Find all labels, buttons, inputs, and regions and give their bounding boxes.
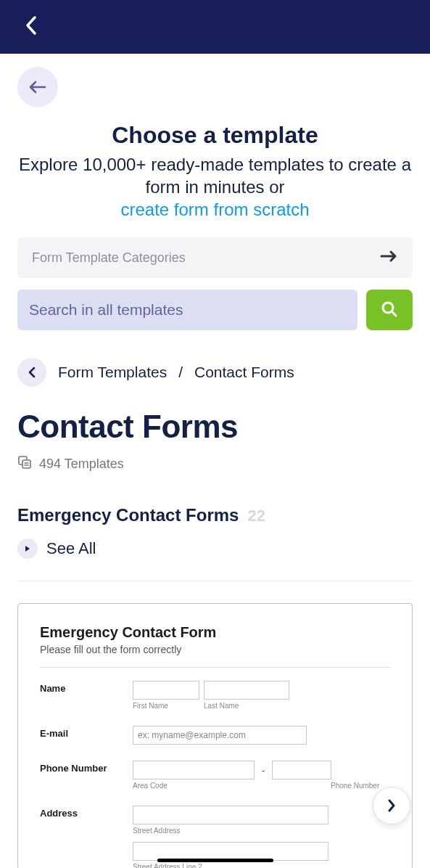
page-title: Contact Forms bbox=[17, 409, 413, 445]
first-name-input bbox=[133, 681, 199, 700]
area-code-sublabel: Area Code bbox=[133, 782, 228, 790]
template-count-text: 494 Templates bbox=[39, 456, 124, 472]
first-name-sublabel: First Name bbox=[133, 702, 199, 710]
back-chevron-icon[interactable] bbox=[25, 15, 38, 38]
header-block: Choose a template Explore 10,000+ ready-… bbox=[17, 122, 413, 220]
breadcrumb-back-button[interactable] bbox=[17, 358, 46, 387]
search-input[interactable] bbox=[17, 290, 357, 330]
see-all-text: See All bbox=[46, 539, 96, 558]
breadcrumb-parent-link[interactable]: Form Templates bbox=[58, 364, 167, 381]
area-code-input bbox=[133, 761, 255, 779]
name-label: Name bbox=[40, 681, 127, 710]
caret-right-icon bbox=[17, 539, 38, 559]
section-divider bbox=[17, 581, 413, 581]
templates-icon bbox=[17, 455, 32, 473]
search-row bbox=[17, 290, 413, 330]
search-icon bbox=[380, 300, 399, 321]
create-from-scratch-link[interactable]: create form from scratch bbox=[120, 200, 309, 220]
preview-subtitle: Please fill out the form correctly bbox=[40, 644, 390, 655]
street-address2-sublabel: Street Address Line 2 bbox=[133, 863, 390, 868]
search-button[interactable] bbox=[366, 290, 413, 330]
breadcrumb: Form Templates / Contact Forms bbox=[17, 358, 413, 387]
page-heading: Choose a template bbox=[17, 122, 413, 149]
home-indicator bbox=[157, 859, 273, 862]
preview-title: Emergency Contact Form bbox=[40, 624, 390, 641]
see-all-link[interactable]: See All bbox=[17, 539, 413, 559]
page-subtitle: Explore 10,000+ ready-made templates to … bbox=[17, 153, 413, 198]
next-template-button[interactable] bbox=[373, 787, 410, 824]
breadcrumb-separator: / bbox=[178, 364, 183, 381]
last-name-input bbox=[204, 681, 289, 700]
section-header: Emergency Contact Forms 22 bbox=[17, 505, 413, 525]
address-label: Address bbox=[40, 806, 127, 868]
arrow-right-icon bbox=[379, 250, 398, 266]
categories-label: Form Template Categories bbox=[32, 250, 186, 266]
breadcrumb-current: Contact Forms bbox=[194, 364, 294, 381]
svg-rect-2 bbox=[22, 460, 30, 468]
template-categories-dropdown[interactable]: Form Template Categories bbox=[17, 237, 413, 278]
template-count-row: 494 Templates bbox=[17, 455, 413, 473]
email-label: E-mail bbox=[40, 726, 127, 745]
email-field: ex: myname@example.com bbox=[133, 726, 390, 745]
preview-divider bbox=[40, 667, 390, 668]
page-back-button[interactable] bbox=[17, 67, 58, 107]
street-address-input bbox=[133, 806, 328, 824]
app-top-bar bbox=[0, 0, 430, 54]
email-input: ex: myname@example.com bbox=[133, 726, 307, 745]
name-field: First Name Last Name bbox=[133, 681, 390, 710]
phone-field: - Area Code Phone Number bbox=[133, 761, 390, 790]
phone-label: Phone Number bbox=[40, 761, 127, 790]
template-preview-card[interactable]: Emergency Contact Form Please fill out t… bbox=[17, 603, 413, 868]
section-count: 22 bbox=[247, 507, 265, 525]
last-name-sublabel: Last Name bbox=[204, 702, 289, 710]
phone-dash: - bbox=[259, 761, 268, 779]
phone-number-input bbox=[272, 761, 331, 779]
section-title: Emergency Contact Forms bbox=[17, 505, 239, 525]
street-address-sublabel: Street Address bbox=[133, 827, 390, 835]
